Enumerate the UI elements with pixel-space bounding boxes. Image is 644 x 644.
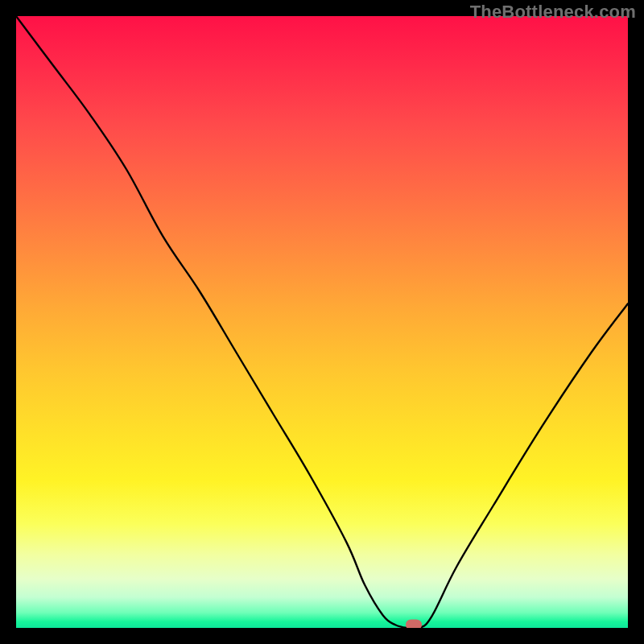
plot-area [16,16,628,628]
chart-frame: TheBottleneck.com [0,0,644,644]
bottleneck-curve [16,16,628,628]
watermark-text: TheBottleneck.com [470,2,636,23]
optimum-marker [406,620,422,629]
